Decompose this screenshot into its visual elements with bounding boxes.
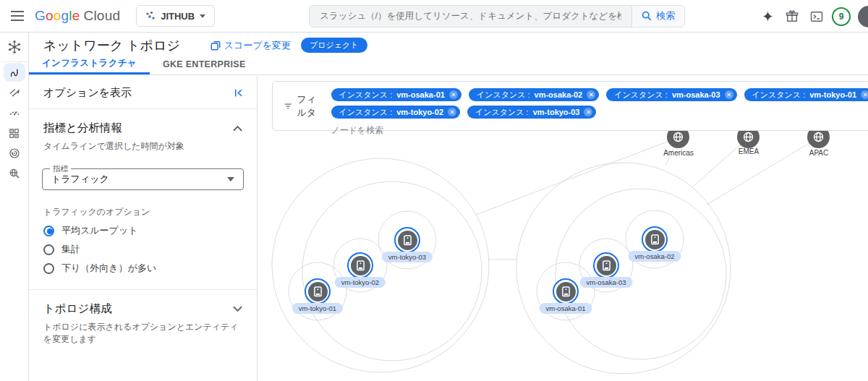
node-label-vm-tokyo-03[interactable]: vm-tokyo-03 [382, 252, 433, 262]
radio-label: 集計 [61, 243, 80, 256]
chip-name: vm-tokyo-02 [396, 108, 443, 116]
notification-badge[interactable]: 9 [832, 7, 851, 26]
nav-connectivity-tests-icon[interactable] [0, 82, 29, 103]
metric-select-label: 指標 [50, 164, 71, 174]
nav-network-inspection-icon[interactable] [0, 163, 29, 184]
metrics-section-title: 指標と分析情報 [43, 121, 122, 136]
vm-instance-icon [556, 282, 576, 301]
vm-instance-icon [308, 282, 328, 301]
search-icon [642, 11, 652, 21]
nav-topology-icon[interactable] [0, 62, 29, 82]
node-vm-osaka-01[interactable] [553, 278, 579, 304]
filter-chip-vm-tokyo-01[interactable]: インスタンス :vm-tokyo-01✕ [744, 88, 868, 101]
nav-firewall-insights-icon[interactable] [0, 123, 29, 143]
radio-aggregate[interactable]: 集計 [29, 240, 257, 259]
filter-card: フィルタ インスタンス :vm-osaka-01✕ インスタンス :vm-osa… [272, 81, 868, 131]
tab-bar: インフラストラクチャ GKE ENTERPRISE [29, 58, 868, 75]
chip-prefix: インスタンス : [752, 90, 806, 100]
node-label-vm-osaka-03[interactable]: vm-osaka-03 [580, 277, 633, 288]
node-label-vm-osaka-01[interactable]: vm-osaka-01 [540, 303, 592, 314]
avatar[interactable] [858, 6, 868, 27]
chip-close-icon[interactable]: ✕ [861, 90, 868, 99]
menu-icon[interactable] [0, 0, 35, 32]
filter-label-group[interactable]: フィルタ [273, 82, 331, 130]
traffic-options-label: トラフィックのオプション [29, 190, 257, 221]
edge-apac-osaka [707, 137, 819, 205]
radio-egress-heavy[interactable]: 下り（外向き）が多い [29, 259, 257, 278]
node-vm-tokyo-03[interactable] [394, 227, 420, 253]
logo-letter: e [72, 8, 80, 23]
collapse-panel-icon[interactable] [233, 87, 244, 98]
metric-select[interactable]: 指標 トラフィック [42, 168, 244, 190]
nav-performance-dashboard-icon[interactable] [0, 103, 29, 123]
topology-section-title: トポロジ構成 [43, 301, 111, 317]
radio-label: 平均スループット [61, 224, 138, 237]
chip-close-icon[interactable]: ✕ [587, 90, 595, 99]
filter-chip-vm-osaka-03[interactable]: インスタンス :vm-osaka-03✕ [606, 88, 736, 101]
filter-chip-vm-tokyo-02[interactable]: インスタンス :vm-tokyo-02✕ [331, 106, 460, 119]
node-search-input[interactable]: ノードを検索 [331, 123, 868, 137]
chip-prefix: インスタンス : [339, 107, 393, 118]
node-label-vm-tokyo-01[interactable]: vm-tokyo-01 [292, 303, 343, 314]
topology-section-note: トポロジに表示されるオプションとエンティティを変更します [29, 321, 257, 346]
radio-icon [43, 263, 54, 274]
node-label-vm-osaka-02[interactable]: vm-osaka-02 [629, 251, 681, 262]
nav-network-analyzer-icon[interactable] [0, 143, 29, 163]
radio-icon [43, 244, 54, 255]
chip-close-icon[interactable]: ✕ [584, 108, 592, 116]
node-vm-tokyo-01[interactable] [305, 278, 331, 304]
vm-instance-icon [597, 256, 616, 275]
filter-chip-vm-osaka-02[interactable]: インスタンス :vm-osaka-02✕ [469, 88, 599, 101]
search-button[interactable]: 検索 [631, 6, 684, 27]
logo-letter: g [61, 8, 69, 23]
chip-close-icon[interactable]: ✕ [449, 90, 458, 99]
filter-chips: インスタンス :vm-osaka-01✕ インスタンス :vm-osaka-02… [331, 82, 868, 130]
node-label-vm-tokyo-02[interactable]: vm-tokyo-02 [335, 277, 386, 288]
node-vm-osaka-03[interactable] [593, 252, 619, 278]
topology-canvas[interactable]: Americas EMEA APAC vm-tokyo-01 vm-tokyo-… [258, 76, 868, 381]
radio-average-throughput[interactable]: 平均スループット [29, 221, 257, 240]
search-input[interactable] [310, 6, 631, 27]
chip-prefix: インスタンス : [477, 90, 530, 100]
project-icon [145, 11, 156, 21]
google-cloud-logo[interactable]: Google Cloud [35, 8, 120, 24]
node-vm-tokyo-02[interactable] [347, 252, 373, 278]
region-apac-label: APAC [809, 149, 829, 157]
chip-name: vm-osaka-02 [535, 90, 583, 99]
chip-name: vm-tokyo-03 [533, 108, 580, 116]
edge-tokyo-americas [476, 137, 678, 215]
gift-icon[interactable] [780, 4, 804, 29]
chevron-down-icon [200, 14, 205, 18]
filter-chip-vm-tokyo-03[interactable]: インスタンス :vm-tokyo-03✕ [467, 106, 596, 119]
filter-chip-vm-osaka-01[interactable]: インスタンス :vm-osaka-01✕ [331, 88, 461, 101]
chevron-down-icon [233, 306, 242, 312]
change-scope-link[interactable]: スコープを変更 [210, 39, 291, 52]
page-title: ネットワーク トポロジ [43, 37, 180, 54]
network-intelligence-icon[interactable] [0, 33, 29, 61]
topbar-actions: 9 [755, 0, 868, 33]
scope-badge: プロジェクト [301, 38, 367, 53]
filter-icon [284, 102, 292, 111]
radio-label: 下り（外向き）が多い [61, 262, 156, 275]
cloud-shell-icon[interactable] [804, 4, 829, 29]
logo-cloud-text: Cloud [84, 8, 121, 24]
logo-letter: o [54, 8, 61, 23]
vm-instance-icon [645, 230, 665, 249]
notification-count: 9 [839, 12, 844, 22]
chip-close-icon[interactable]: ✕ [448, 108, 456, 116]
tab-gke-enterprise[interactable]: GKE ENTERPRISE [150, 59, 259, 74]
left-nav-rail [0, 33, 29, 381]
radio-icon [43, 226, 54, 236]
global-search: 検索 [309, 5, 685, 27]
filter-label: フィルタ [297, 93, 323, 119]
chip-close-icon[interactable]: ✕ [725, 90, 733, 99]
chevron-up-icon [233, 125, 242, 132]
tab-infrastructure[interactable]: インフラストラクチャ [29, 57, 150, 74]
metrics-section-header[interactable]: 指標と分析情報 [29, 109, 257, 140]
project-selector[interactable]: JITHUB [136, 5, 215, 27]
node-vm-osaka-02[interactable] [642, 226, 668, 252]
logo-letter: o [46, 8, 54, 23]
topology-section-header[interactable]: トポロジ構成 [29, 290, 257, 321]
gemini-icon[interactable] [755, 4, 780, 29]
options-panel: オプションを表示 指標と分析情報 タイムラインで選択した時間が対象 指標 トラフ… [29, 76, 258, 381]
